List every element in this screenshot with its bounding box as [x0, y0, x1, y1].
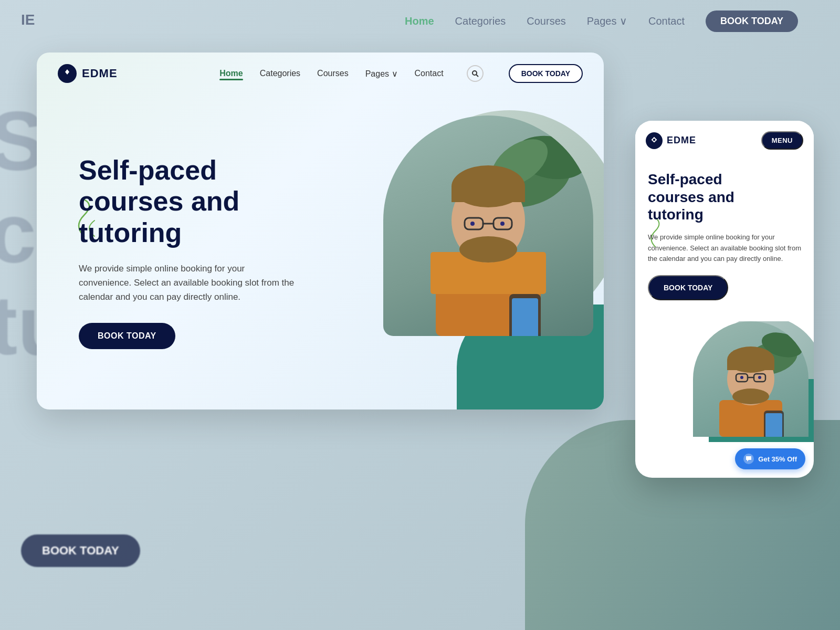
- svg-rect-10: [452, 186, 525, 202]
- mobile-logo-text: EDME: [667, 135, 696, 146]
- bg-logo: IE: [21, 12, 35, 28]
- desktop-hero-book-button[interactable]: BOOK TODAY: [79, 323, 175, 349]
- desktop-hero: Self-paced courses and tutoring We provi…: [37, 94, 604, 410]
- svg-line-2: [476, 75, 478, 77]
- chat-bubble[interactable]: Get 35% Off: [735, 448, 805, 469]
- chat-bubble-text: Get 35% Off: [758, 455, 797, 463]
- logo-icon: [58, 64, 77, 83]
- nav-pages[interactable]: Pages ∨: [365, 69, 398, 79]
- svg-rect-34: [765, 413, 782, 437]
- hero-person-image: [383, 116, 593, 336]
- svg-point-11: [459, 236, 517, 262]
- bg-nav: IE Home Categories Courses Pages ∨ Conta…: [0, 0, 840, 42]
- desktop-card: EDME Home Categories Courses Pages ∨ Con…: [37, 52, 604, 410]
- mobile-person-image: [693, 321, 808, 437]
- svg-point-32: [758, 376, 761, 379]
- svg-point-20: [653, 138, 656, 141]
- bg-nav-pages: Pages ∨: [587, 15, 627, 27]
- svg-point-1: [472, 71, 477, 75]
- mobile-hero-book-button[interactable]: BOOK TODAY: [648, 275, 728, 300]
- search-icon[interactable]: [467, 65, 484, 82]
- mobile-card: EDME MENU Self-paced courses and tutorin…: [635, 121, 814, 478]
- svg-point-31: [740, 376, 743, 379]
- bg-nav-courses: Courses: [527, 15, 565, 27]
- mobile-menu-button[interactable]: MENU: [761, 131, 803, 150]
- bg-nav-home: Home: [405, 15, 434, 27]
- chat-icon: [743, 454, 754, 464]
- hero-description: We provide simple online booking for you…: [79, 261, 299, 304]
- svg-point-16: [500, 222, 505, 226]
- nav-categories[interactable]: Categories: [260, 69, 300, 78]
- svg-rect-26: [727, 360, 774, 370]
- bg-book-btn: BOOK TODAY: [706, 10, 798, 32]
- mobile-hero-title: Self-paced courses and tutoring: [648, 171, 801, 224]
- desktop-nav-book-button[interactable]: BOOK TODAY: [509, 64, 583, 83]
- desktop-navbar: EDME Home Categories Courses Pages ∨ Con…: [37, 52, 604, 94]
- desktop-logo-text: EDME: [82, 67, 118, 80]
- mobile-logo-icon: [646, 132, 663, 149]
- mobile-image-area: [635, 321, 814, 442]
- nav-home[interactable]: Home: [219, 69, 243, 78]
- mobile-logo: EDME: [646, 132, 696, 149]
- hero-title: Self-paced courses and tutoring: [79, 155, 299, 249]
- mobile-navbar: EDME MENU: [635, 121, 814, 160]
- bg-bottom-book-btn: BOOK TODAY: [21, 534, 140, 567]
- desktop-nav-links: Home Categories Courses Pages ∨ Contact …: [219, 64, 583, 83]
- bg-nav-categories: Categories: [455, 15, 506, 27]
- mobile-hero: Self-paced courses and tutoring We provi…: [635, 160, 814, 321]
- desktop-logo: EDME: [58, 64, 118, 83]
- bg-nav-contact: Contact: [648, 15, 685, 27]
- hero-content: Self-paced courses and tutoring We provi…: [79, 155, 299, 350]
- nav-courses[interactable]: Courses: [317, 69, 349, 78]
- nav-contact[interactable]: Contact: [415, 69, 444, 78]
- svg-point-27: [732, 388, 769, 404]
- svg-point-0: [66, 71, 68, 73]
- svg-point-15: [470, 222, 475, 226]
- hero-image-area: [352, 94, 604, 410]
- mobile-hero-description: We provide simple online booking for you…: [648, 232, 801, 265]
- svg-rect-18: [512, 298, 538, 336]
